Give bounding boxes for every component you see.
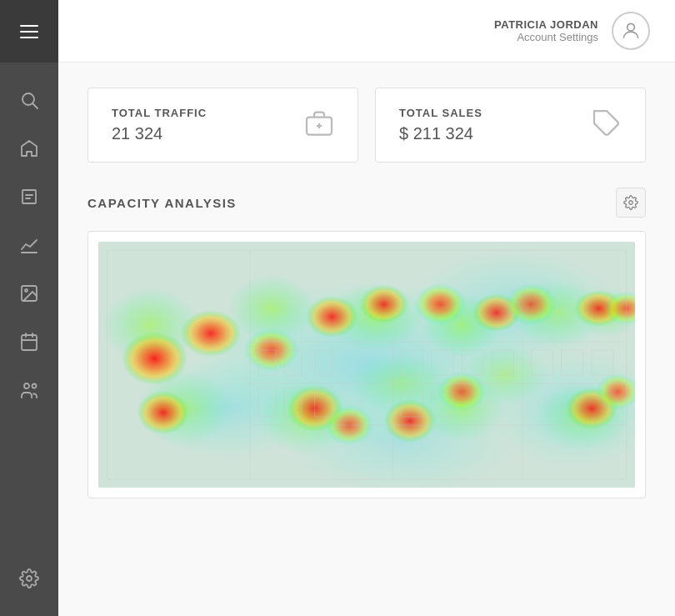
- sidebar-item-gallery[interactable]: [4, 273, 54, 314]
- svg-point-12: [24, 383, 29, 388]
- menu-button[interactable]: [0, 0, 58, 63]
- settings-gear-icon: [623, 195, 638, 210]
- svg-point-39: [122, 332, 188, 385]
- user-text: PATRICIA JORDAN Account Settings: [494, 18, 598, 43]
- sidebar-nav: [0, 63, 58, 558]
- total-traffic-value: 21 324: [112, 124, 207, 143]
- svg-point-52: [384, 399, 436, 443]
- svg-point-7: [25, 289, 28, 292]
- svg-line-1: [33, 104, 38, 109]
- sidebar-item-analytics[interactable]: [4, 224, 54, 266]
- user-info[interactable]: PATRICIA JORDAN Account Settings: [494, 12, 650, 50]
- svg-rect-8: [22, 335, 37, 350]
- sidebar: [0, 0, 58, 616]
- svg-point-13: [32, 384, 37, 388]
- home-icon: [19, 138, 39, 158]
- heatmap-svg: [98, 242, 635, 488]
- total-traffic-card: TOTAL TRAFFIC 21 324: [88, 88, 358, 163]
- avatar[interactable]: [612, 12, 650, 50]
- section-title: CAPACITY ANALYSIS: [88, 196, 237, 210]
- sidebar-item-reports[interactable]: [4, 176, 54, 218]
- svg-point-14: [27, 576, 32, 581]
- sidebar-item-calendar[interactable]: [4, 321, 54, 363]
- svg-point-41: [138, 391, 189, 434]
- sales-icon: [592, 108, 622, 142]
- analytics-icon: [19, 235, 39, 255]
- total-sales-value: $ 211 324: [399, 124, 482, 143]
- total-traffic-info: TOTAL TRAFFIC 21 324: [112, 107, 207, 143]
- total-traffic-label: TOTAL TRAFFIC: [112, 107, 207, 119]
- sidebar-item-settings[interactable]: [4, 558, 54, 599]
- main-content: PATRICIA JORDAN Account Settings TOTAL T…: [58, 0, 675, 616]
- section-header: CAPACITY ANALYSIS: [88, 188, 646, 218]
- person-icon: [620, 20, 642, 42]
- total-sales-label: TOTAL SALES: [399, 107, 482, 119]
- svg-point-15: [628, 23, 635, 31]
- capacity-settings-button[interactable]: [616, 188, 646, 218]
- sidebar-item-team[interactable]: [4, 369, 54, 411]
- report-icon: [19, 187, 39, 207]
- calendar-icon: [19, 332, 39, 352]
- svg-point-45: [414, 283, 466, 325]
- search-icon: [19, 90, 39, 110]
- heatmap-canvas: [98, 242, 635, 488]
- page-content: TOTAL TRAFFIC 21 324 TOTAL SALES $ 211: [58, 63, 675, 616]
- total-sales-info: TOTAL SALES $ 211 324: [399, 107, 482, 143]
- user-name: PATRICIA JORDAN: [494, 18, 598, 31]
- svg-point-44: [360, 285, 408, 323]
- sidebar-item-home[interactable]: [4, 128, 54, 169]
- gallery-icon: [19, 283, 39, 303]
- hamburger-icon: [20, 25, 38, 38]
- svg-point-47: [505, 283, 557, 325]
- heatmap-container: [88, 231, 646, 498]
- sidebar-item-search[interactable]: [4, 79, 54, 121]
- header: PATRICIA JORDAN Account Settings: [58, 0, 675, 63]
- team-icon: [19, 380, 39, 400]
- capacity-analysis-section: CAPACITY ANALYSIS: [88, 188, 646, 498]
- svg-point-43: [306, 296, 358, 338]
- gear-icon: [19, 568, 39, 588]
- svg-point-40: [181, 310, 242, 357]
- stats-row: TOTAL TRAFFIC 21 324 TOTAL SALES $ 211: [88, 88, 646, 163]
- svg-rect-2: [22, 190, 36, 203]
- total-sales-card: TOTAL SALES $ 211 324: [375, 88, 646, 163]
- sidebar-bottom: [4, 558, 54, 616]
- traffic-icon: [304, 108, 334, 142]
- svg-point-20: [629, 201, 633, 205]
- account-settings-label: Account Settings: [494, 31, 598, 43]
